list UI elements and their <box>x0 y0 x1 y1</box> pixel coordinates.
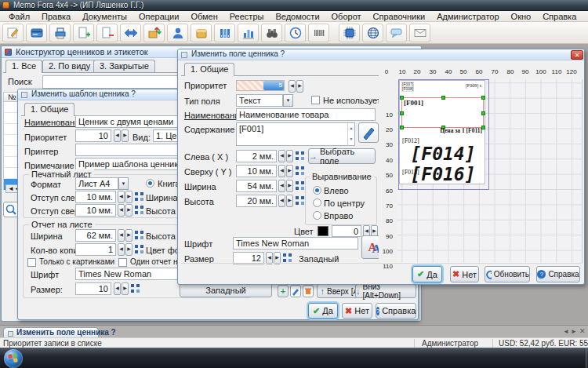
content-scroll-down-icon[interactable]: ▼ <box>347 134 354 145</box>
book-radio[interactable] <box>146 179 154 188</box>
app-titlebar[interactable]: Memo Fora 4x4 -> (ИП Ляшенко Г.Г.) <box>0 0 588 11</box>
report-width-grid-icon[interactable] <box>135 231 143 239</box>
template-yes-button[interactable]: ✔Да <box>308 303 338 319</box>
margin-left-grid-icon[interactable] <box>135 192 143 201</box>
width-grid-icon[interactable] <box>296 181 304 190</box>
format-dropdown-arrow[interactable]: ▼ <box>118 177 129 190</box>
payment-card-icon[interactable] <box>26 24 47 42</box>
priority-slider[interactable]: 5 <box>236 80 285 91</box>
menu-turnover[interactable]: Оборот <box>326 12 367 21</box>
left-x-input[interactable]: 2 мм. <box>236 150 277 162</box>
template-no-button[interactable]: ✖Нет <box>342 303 372 319</box>
field-dialog-close-button[interactable]: ✕ <box>571 50 583 60</box>
field-refresh-button[interactable]: Обновить <box>485 266 530 282</box>
tab-closed[interactable]: 3. Закрытые <box>93 60 155 72</box>
selection-handle[interactable] <box>400 111 404 115</box>
template-tab-general[interactable]: 1. Общие <box>24 103 74 116</box>
label-preview[interactable]: [F007] [F008] [F009] г. [F001] <box>399 80 485 184</box>
align-right-radio[interactable] <box>313 211 321 220</box>
field-tab-general[interactable]: 1. Общие <box>184 63 234 76</box>
field-yes-button[interactable]: ✔Да <box>412 266 442 282</box>
col-num[interactable]: № <box>8 93 16 101</box>
left-x-spinner[interactable]: ◀▶ <box>278 150 293 162</box>
menu-statements[interactable]: Ведомости <box>270 12 325 21</box>
barcode-icon[interactable] <box>308 24 329 42</box>
unused-checkbox[interactable] <box>311 96 320 104</box>
content-textarea[interactable]: [F001] ▲ ▼ <box>236 122 355 146</box>
template-size-grid-icon[interactable] <box>131 284 140 293</box>
label-field-f016[interactable]: [F016] <box>400 164 486 184</box>
tab-all[interactable]: 1. Все <box>5 60 42 73</box>
color-value-input[interactable]: 0 <box>332 225 361 237</box>
report-width-spinner[interactable]: ◀▶ <box>117 229 132 242</box>
label-field-f008[interactable]: [F008] <box>401 86 414 92</box>
start-button[interactable] <box>4 349 23 368</box>
template-help-button[interactable]: ?Справка <box>376 303 416 319</box>
width-spinner[interactable]: ◀▶ <box>278 180 293 192</box>
chat-icon[interactable] <box>386 24 407 42</box>
field-help-button[interactable]: ?Справка <box>536 266 580 282</box>
font-input[interactable]: Times New Roman <box>233 237 358 250</box>
top-y-input[interactable]: 10 мм. <box>236 165 277 177</box>
content-scroll-up-icon[interactable]: ▲ <box>347 123 354 134</box>
edit-icon[interactable] <box>2 24 24 42</box>
field-type-dropdown-arrow[interactable]: ▼ <box>283 94 293 107</box>
tab-by-kind[interactable]: 2. По виду <box>42 60 96 72</box>
align-left-radio[interactable] <box>313 186 321 195</box>
transfer-arrows-icon[interactable] <box>120 24 141 42</box>
margin-top-grid-icon[interactable] <box>135 206 143 214</box>
top-y-spinner[interactable]: ◀▶ <box>278 165 293 177</box>
field-type-select[interactable]: Текст <box>236 94 283 107</box>
height-input[interactable]: 20 мм. <box>236 195 277 207</box>
content-edit-button[interactable] <box>358 122 379 143</box>
preview-canvas[interactable]: [F007] [F008] [F009] г. [F001] <box>397 79 583 263</box>
menu-window[interactable]: Окно <box>506 12 537 21</box>
field-delete-button[interactable] <box>303 285 314 297</box>
selection-handle[interactable] <box>400 126 404 129</box>
globe-icon[interactable] <box>362 24 383 42</box>
report-width-input[interactable]: 62 мм. <box>75 229 116 242</box>
goods-box-icon[interactable] <box>191 24 212 42</box>
height-spinner[interactable]: ◀▶ <box>278 195 293 207</box>
selection-handle[interactable] <box>481 111 485 115</box>
align-center-radio[interactable] <box>313 199 321 207</box>
template-size-input[interactable]: 10 <box>75 282 111 295</box>
selection-handle[interactable] <box>481 96 485 100</box>
left-x-grid-icon[interactable] <box>296 151 304 160</box>
field-edit-button[interactable] <box>290 285 301 297</box>
search-magnifier-button[interactable] <box>3 202 19 217</box>
registry-books-icon[interactable] <box>214 24 235 42</box>
menu-references[interactable]: Справочники <box>368 12 431 21</box>
width-input[interactable]: 54 мм. <box>236 180 277 192</box>
copies-grid-icon[interactable] <box>135 245 143 253</box>
menu-operations[interactable]: Операции <box>133 12 184 21</box>
document-remove-icon[interactable] <box>96 24 118 42</box>
chip-icon[interactable] <box>339 24 360 42</box>
clock-icon[interactable] <box>285 24 306 42</box>
template-charset-button[interactable]: Западный <box>180 283 272 297</box>
select-field-button[interactable]: →Выбрать поле <box>308 148 376 164</box>
template-priority-spinner[interactable]: ◀▶ <box>113 129 129 142</box>
menu-help[interactable]: Справка <box>537 12 582 21</box>
field-dialog-titlebar[interactable]: Изменить поле ценника ? ✕ <box>178 49 584 60</box>
priority-spinner[interactable]: ◀▶ <box>288 80 303 93</box>
minimized-window-tab[interactable]: Изменить поле ценника ? <box>3 327 99 338</box>
selection-handle[interactable] <box>400 96 404 100</box>
menu-administrator[interactable]: Администратор <box>431 12 504 21</box>
one-report-checkbox[interactable] <box>118 258 127 267</box>
box-exchange-icon[interactable] <box>143 24 165 42</box>
margin-top-input[interactable]: 10 мм. <box>75 204 116 217</box>
bar-chart-icon[interactable] <box>238 24 259 42</box>
label-field-price-caption[interactable]: Цена за 1 [F011] <box>440 127 482 134</box>
top-y-grid-icon[interactable] <box>296 166 304 175</box>
menu-registers[interactable]: Реестры <box>224 12 270 21</box>
copies-input[interactable]: 1 <box>75 243 116 256</box>
only-pictures-checkbox[interactable] <box>27 258 36 267</box>
field-name-input[interactable]: Наименование товара <box>236 108 376 121</box>
selected-field-rect[interactable]: [F001] <box>401 97 484 128</box>
person-icon[interactable] <box>167 24 188 42</box>
margin-left-spinner[interactable]: ◀▶ <box>117 191 132 203</box>
color-swatch[interactable] <box>318 226 328 236</box>
binoculars-icon[interactable] <box>261 24 282 42</box>
menu-edit[interactable]: Правка <box>36 12 76 21</box>
